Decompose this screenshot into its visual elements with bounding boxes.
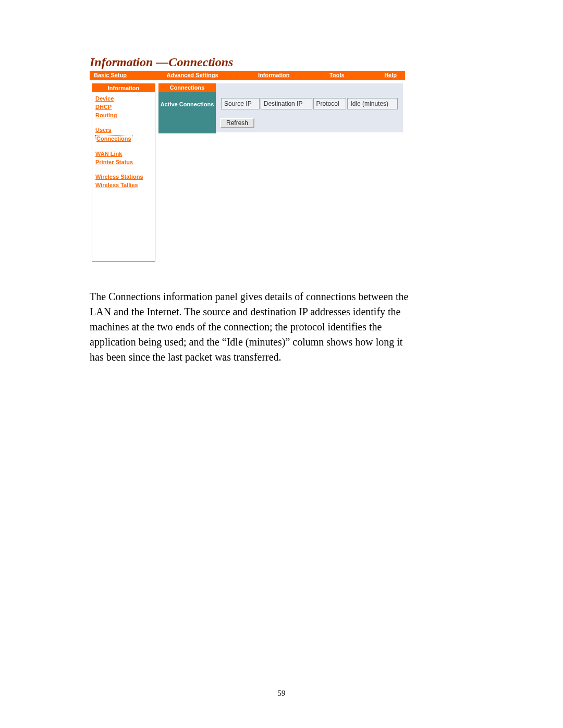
nav-information[interactable]: Information bbox=[254, 71, 294, 80]
sidebar-item-users[interactable]: Users bbox=[95, 127, 112, 133]
sidebar-item-dhcp[interactable]: DHCP bbox=[95, 104, 112, 110]
col-source-ip: Source IP bbox=[221, 98, 260, 109]
body-paragraph: The Connections information panel gives … bbox=[90, 289, 413, 365]
sidebar-item-wan-link[interactable]: WAN Link bbox=[95, 151, 122, 157]
connections-table: Source IP Destination IP Protocol Idle (… bbox=[220, 97, 399, 110]
panel-label-column: Connections Active Connections bbox=[158, 83, 216, 133]
router-ui-screenshot: Basic Setup Advanced Settings Informatio… bbox=[90, 71, 405, 262]
panel-subheader-active-connections: Active Connections bbox=[158, 92, 216, 133]
col-protocol: Protocol bbox=[313, 98, 347, 109]
nav-advanced-settings[interactable]: Advanced Settings bbox=[163, 71, 223, 80]
col-idle-minutes: Idle (minutes) bbox=[347, 98, 398, 109]
sidebar-item-device[interactable]: Device bbox=[95, 95, 114, 102]
col-destination-ip: Destination IP bbox=[261, 98, 312, 109]
sidebar: Information Device DHCP Routing Users Co… bbox=[92, 83, 155, 262]
sidebar-item-printer-status[interactable]: Printer Status bbox=[95, 159, 133, 165]
content-panel: Source IP Destination IP Protocol Idle (… bbox=[216, 83, 403, 132]
nav-basic-setup[interactable]: Basic Setup bbox=[90, 71, 131, 80]
page-number: 59 bbox=[0, 689, 563, 698]
panel-header-connections: Connections bbox=[158, 83, 216, 92]
table-header-row: Source IP Destination IP Protocol Idle (… bbox=[221, 98, 398, 109]
sidebar-item-routing[interactable]: Routing bbox=[95, 112, 117, 118]
sidebar-header: Information bbox=[92, 84, 155, 92]
section-title: Information —Connections bbox=[90, 55, 233, 69]
sidebar-item-connections[interactable]: Connections bbox=[95, 135, 132, 142]
refresh-button[interactable]: Refresh bbox=[220, 118, 254, 128]
sidebar-item-wireless-stations[interactable]: Wireless Stations bbox=[95, 174, 143, 180]
nav-tools[interactable]: Tools bbox=[325, 71, 349, 80]
nav-help[interactable]: Help bbox=[380, 71, 401, 80]
sidebar-item-wireless-tallies[interactable]: Wireless Tallies bbox=[95, 182, 138, 188]
top-nav-bar: Basic Setup Advanced Settings Informatio… bbox=[90, 71, 405, 80]
